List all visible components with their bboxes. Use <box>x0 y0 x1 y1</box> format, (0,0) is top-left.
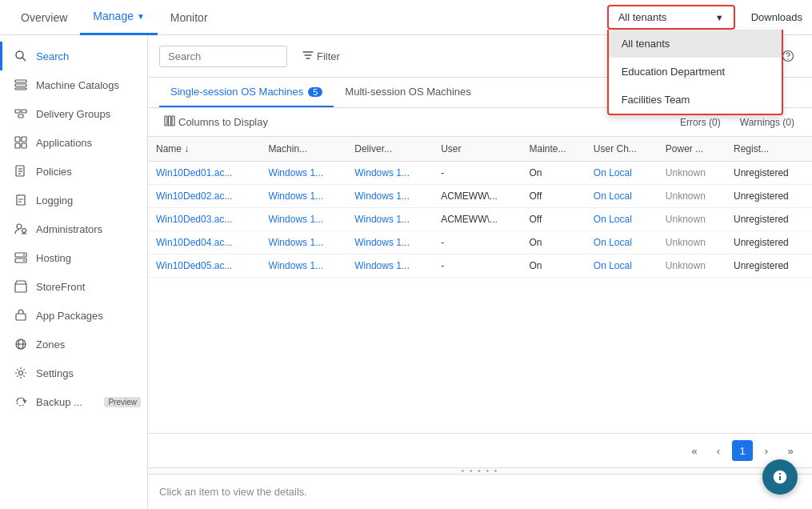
sidebar-item-app-packages[interactable]: App Packages <box>0 301 147 330</box>
fab-btn[interactable] <box>762 459 798 495</box>
svg-point-23 <box>23 260 25 262</box>
nav-item-monitor[interactable]: Monitor <box>158 0 221 35</box>
errors-chip: Errors (0) <box>674 115 727 130</box>
sidebar-label-delivery-groups: Delivery Groups <box>36 108 110 120</box>
pagination: « ‹ 1 › » <box>148 433 812 467</box>
applications-icon <box>14 135 28 150</box>
cell-deliver-1: Windows 1... <box>346 185 433 208</box>
warnings-chip: Warnings (0) <box>734 115 801 130</box>
col-machine: Machin... <box>260 137 346 162</box>
svg-rect-5 <box>15 110 20 113</box>
col-power: Power ... <box>658 137 726 162</box>
cell-name-3[interactable]: Win10Ded04.ac... <box>148 231 260 254</box>
tenant-option-facilities[interactable]: Facilities Team <box>609 86 782 114</box>
cell-power-4: Unknown <box>658 254 726 278</box>
svg-point-31 <box>787 58 789 60</box>
administrators-icon <box>14 222 28 236</box>
table-header-row: Name ↓ Machin... Deliver... User Mainte.… <box>148 137 812 162</box>
policies-icon <box>14 164 28 178</box>
cell-name-0[interactable]: Win10Ded01.ac... <box>148 162 260 185</box>
table-row[interactable]: Win10Ded01.ac... Windows 1... Windows 1.… <box>148 162 812 185</box>
sidebar-item-administrators[interactable]: Administrators <box>0 214 147 243</box>
columns-to-display-btn[interactable]: Columns to Display <box>159 113 273 131</box>
columns-icon <box>164 115 175 129</box>
svg-point-19 <box>22 229 26 233</box>
cell-regist-1: Unregistered <box>726 185 812 208</box>
cell-userch-0: On Local <box>586 162 658 185</box>
tenant-option-all[interactable]: All tenants <box>609 30 782 58</box>
svg-point-18 <box>17 224 22 229</box>
machine-catalogs-icon <box>14 78 28 92</box>
cell-user-4: - <box>433 254 521 278</box>
delivery-groups-icon <box>14 106 28 121</box>
cell-name-2[interactable]: Win10Ded03.ac... <box>148 208 260 231</box>
tab-single-session-badge: 5 <box>308 87 322 97</box>
sidebar-item-policies[interactable]: Policies <box>0 157 147 186</box>
sidebar-label-zones: Zones <box>36 339 65 351</box>
svg-rect-3 <box>15 84 26 86</box>
search-input[interactable] <box>159 46 287 67</box>
sidebar-item-backup[interactable]: Backup ... Preview <box>0 387 147 416</box>
tenant-chevron-icon: ▼ <box>715 13 724 22</box>
nav-item-manage[interactable]: Manage ▼ <box>80 0 158 35</box>
sidebar-label-administrators: Administrators <box>36 223 102 235</box>
col-userch: User Ch... <box>586 137 658 162</box>
search-icon <box>14 49 28 63</box>
sidebar-item-search[interactable]: Search <box>0 42 147 70</box>
cell-regist-3: Unregistered <box>726 231 812 254</box>
cell-power-3: Unknown <box>658 231 726 254</box>
tenant-dropdown[interactable]: All tenants ▼ All tenants Education Depa… <box>607 5 735 30</box>
sidebar-item-logging[interactable]: Logging <box>0 186 147 214</box>
sidebar-item-machine-catalogs[interactable]: Machine Catalogs <box>0 70 147 99</box>
nav-item-overview[interactable]: Overview <box>8 0 80 35</box>
cell-user-3: - <box>433 231 521 254</box>
svg-rect-32 <box>165 116 167 126</box>
tab-multi-session[interactable]: Multi-session OS Machines <box>334 78 482 107</box>
tab-single-session[interactable]: Single-session OS Machines 5 <box>159 78 334 107</box>
page-next-btn[interactable]: › <box>756 440 777 461</box>
filter-btn[interactable]: Filter <box>294 45 349 68</box>
cell-name-4[interactable]: Win10Ded05.ac... <box>148 254 260 278</box>
sidebar-item-storefront[interactable]: StoreFront <box>0 272 147 301</box>
table-row[interactable]: Win10Ded04.ac... Windows 1... Windows 1.… <box>148 231 812 254</box>
page-current-btn[interactable]: 1 <box>732 440 753 461</box>
sidebar-item-hosting[interactable]: Hosting <box>0 243 147 272</box>
col-mainte: Mainte... <box>521 137 585 162</box>
settings-icon <box>14 366 28 380</box>
sidebar-item-delivery-groups[interactable]: Delivery Groups <box>0 99 147 128</box>
app-packages-icon <box>14 308 28 323</box>
filter-label: Filter <box>317 50 340 62</box>
cell-machine-3: Windows 1... <box>260 231 346 254</box>
cell-mainte-0: On <box>521 162 585 185</box>
svg-point-29 <box>19 371 23 375</box>
cell-name-1[interactable]: Win10Ded02.ac... <box>148 185 260 208</box>
zones-icon <box>14 337 28 351</box>
resize-handle[interactable]: • • • • • <box>148 467 812 474</box>
cell-mainte-3: On <box>521 231 585 254</box>
filter-icon <box>302 50 314 63</box>
tenant-select-btn[interactable]: All tenants ▼ <box>607 5 735 30</box>
sidebar-label-logging: Logging <box>36 194 73 206</box>
table-row[interactable]: Win10Ded02.ac... Windows 1... Windows 1.… <box>148 185 812 208</box>
page-first-btn[interactable]: « <box>684 440 705 461</box>
sidebar-item-applications[interactable]: Applications <box>0 128 147 157</box>
svg-rect-10 <box>15 143 20 148</box>
cell-regist-0: Unregistered <box>726 162 812 185</box>
sidebar-item-settings[interactable]: Settings <box>0 359 147 387</box>
table-row[interactable]: Win10Ded03.ac... Windows 1... Windows 1.… <box>148 208 812 231</box>
sidebar-label-app-packages: App Packages <box>36 310 103 322</box>
page-prev-btn[interactable]: ‹ <box>708 440 729 461</box>
cell-machine-0: Windows 1... <box>260 162 346 185</box>
tenant-selected-label: All tenants <box>618 11 667 23</box>
top-nav: Overview Manage ▼ Monitor All tenants ▼ … <box>0 0 812 35</box>
cell-power-0: Unknown <box>658 162 726 185</box>
cell-mainte-1: Off <box>521 185 585 208</box>
tenant-option-education[interactable]: Education Department <box>609 58 782 86</box>
sidebar-label-applications: Applications <box>36 137 92 149</box>
page-last-btn[interactable]: » <box>780 440 801 461</box>
table-row[interactable]: Win10Ded05.ac... Windows 1... Windows 1.… <box>148 254 812 278</box>
sidebar: Search Machine Catalogs Delivery Groups … <box>0 35 148 509</box>
svg-rect-6 <box>22 110 26 113</box>
sidebar-item-zones[interactable]: Zones <box>0 330 147 359</box>
cell-deliver-4: Windows 1... <box>346 254 433 278</box>
